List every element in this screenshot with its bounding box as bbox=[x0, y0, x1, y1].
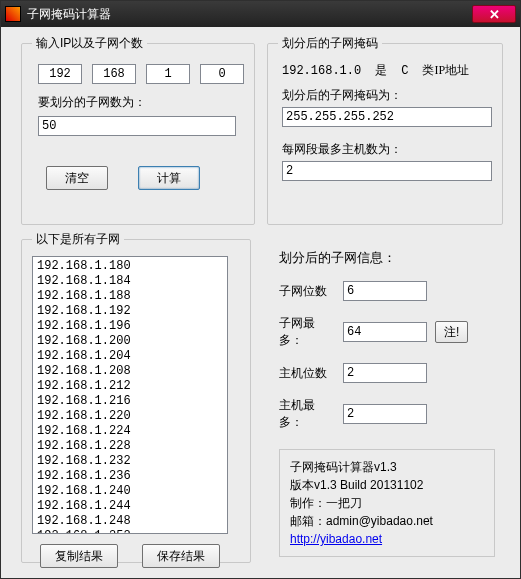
about-title: 子网掩码计算器v1.3 bbox=[290, 458, 484, 476]
note-button[interactable]: 注! bbox=[435, 321, 468, 343]
subnet-max-value[interactable] bbox=[343, 322, 427, 342]
host-max-value[interactable] bbox=[343, 404, 427, 424]
subnet-max-label: 子网最多： bbox=[279, 315, 335, 349]
subnet-count-input[interactable] bbox=[38, 116, 236, 136]
host-bits-value[interactable] bbox=[343, 363, 427, 383]
class-suffix: 类IP地址 bbox=[422, 62, 469, 79]
mask-label: 划分后的子网掩码为： bbox=[282, 87, 492, 104]
clear-button[interactable]: 清空 bbox=[46, 166, 108, 190]
ip-octet-4[interactable] bbox=[200, 64, 244, 84]
mask-group: 划分后的子网掩码 192.168.1.0 是 C 类IP地址 划分后的子网掩码为… bbox=[267, 35, 503, 225]
mask-value[interactable] bbox=[282, 107, 492, 127]
ip-octet-3[interactable] bbox=[146, 64, 190, 84]
info-section: 划分后的子网信息： 子网位数 子网最多： 注! 主机位数 主机最多： bbox=[279, 249, 495, 557]
hosts-value[interactable] bbox=[282, 161, 492, 181]
window-title: 子网掩码计算器 bbox=[27, 6, 472, 23]
about-url[interactable]: http://yibadao.net bbox=[290, 532, 382, 546]
is-label: 是 bbox=[375, 62, 387, 79]
host-max-label: 主机最多： bbox=[279, 397, 335, 431]
host-bits-label: 主机位数 bbox=[279, 365, 335, 382]
ip-octet-2[interactable] bbox=[92, 64, 136, 84]
subnet-list[interactable]: 192.168.1.180 192.168.1.184 192.168.1.18… bbox=[32, 256, 228, 534]
calculate-button[interactable]: 计算 bbox=[138, 166, 200, 190]
input-group: 输入IP以及子网个数 要划分的子网数为： 清空 计算 bbox=[21, 35, 255, 225]
info-title: 划分后的子网信息： bbox=[279, 249, 495, 267]
subnet-bits-value[interactable] bbox=[343, 281, 427, 301]
app-icon bbox=[5, 6, 21, 22]
ip-octet-1[interactable] bbox=[38, 64, 82, 84]
about-box: 子网掩码计算器v1.3 版本v1.3 Build 20131102 制作：一把刀… bbox=[279, 449, 495, 557]
about-email: admin@yibadao.net bbox=[326, 514, 433, 528]
about-author: 制作：一把刀 bbox=[290, 494, 484, 512]
close-button[interactable]: ✕ bbox=[472, 5, 516, 23]
about-version: 版本v1.3 Build 20131102 bbox=[290, 476, 484, 494]
client-area: 输入IP以及子网个数 要划分的子网数为： 清空 计算 划分后的子网掩码 192.… bbox=[1, 27, 520, 578]
input-group-legend: 输入IP以及子网个数 bbox=[32, 35, 147, 52]
subnet-count-label: 要划分的子网数为： bbox=[38, 94, 244, 111]
title-bar: 子网掩码计算器 ✕ bbox=[1, 1, 520, 27]
save-button[interactable]: 保存结果 bbox=[142, 544, 220, 568]
about-email-row: 邮箱：admin@yibadao.net bbox=[290, 512, 484, 530]
hosts-label: 每网段最多主机数为： bbox=[282, 141, 492, 158]
subnet-bits-label: 子网位数 bbox=[279, 283, 335, 300]
ip-display: 192.168.1.0 bbox=[282, 64, 361, 78]
list-group-legend: 以下是所有子网 bbox=[32, 231, 124, 248]
main-window: 子网掩码计算器 ✕ 输入IP以及子网个数 要划分的子网数为： 清空 计算 划分后… bbox=[0, 0, 521, 579]
class-letter: C bbox=[401, 64, 408, 78]
email-prefix: 邮箱： bbox=[290, 514, 326, 528]
copy-button[interactable]: 复制结果 bbox=[40, 544, 118, 568]
list-group: 以下是所有子网 192.168.1.180 192.168.1.184 192.… bbox=[21, 231, 251, 563]
mask-group-legend: 划分后的子网掩码 bbox=[278, 35, 382, 52]
